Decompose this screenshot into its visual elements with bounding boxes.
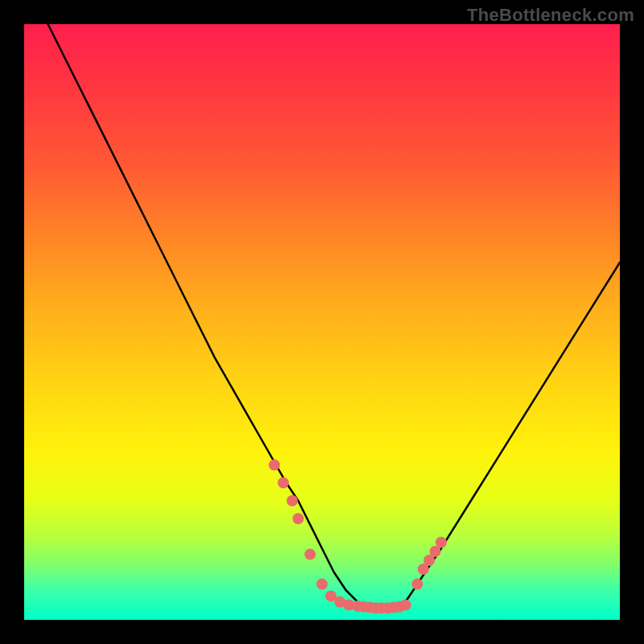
chart-stage: TheBottleneck.com bbox=[0, 0, 644, 644]
watermark-text: TheBottleneck.com bbox=[467, 5, 634, 26]
curve-marker bbox=[411, 579, 423, 590]
curve-marker bbox=[316, 579, 328, 590]
curve-markers bbox=[269, 460, 447, 614]
chart-svg bbox=[24, 24, 620, 620]
curve-marker bbox=[278, 477, 289, 489]
curve-marker bbox=[436, 537, 447, 548]
plot-area bbox=[24, 24, 620, 620]
curve-marker bbox=[292, 513, 303, 524]
curve-marker bbox=[304, 549, 316, 560]
curve-marker bbox=[269, 460, 280, 471]
curve-marker bbox=[287, 495, 298, 506]
curve-line bbox=[48, 24, 620, 608]
curve-marker bbox=[400, 600, 411, 611]
